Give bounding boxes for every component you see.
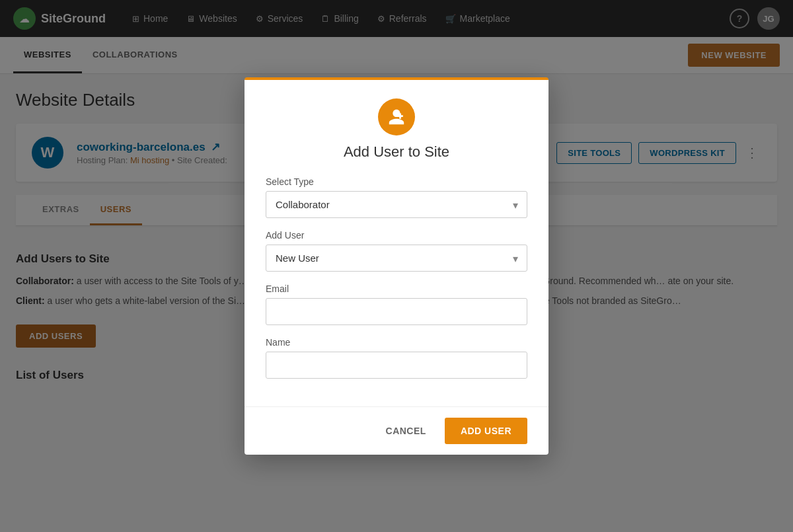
email-label: Email: [266, 284, 527, 294]
add-user-icon: [387, 108, 406, 126]
modal-overlay[interactable]: Add User to Site Select Type Collaborato…: [0, 0, 793, 471]
name-label: Name: [266, 337, 527, 348]
modal-title: Add User to Site: [266, 143, 527, 161]
add-user-label: Add User: [266, 230, 527, 241]
name-group: Name: [266, 337, 527, 379]
select-type-group: Select Type Collaborator Client: [266, 176, 527, 218]
select-type-wrapper: Collaborator Client: [266, 191, 527, 218]
add-user-group: Add User New User Existing User: [266, 230, 527, 272]
cancel-button[interactable]: CANCEL: [375, 418, 437, 444]
select-type-dropdown[interactable]: Collaborator Client: [266, 191, 527, 218]
add-user-wrapper: New User Existing User: [266, 245, 527, 272]
add-user-dropdown[interactable]: New User Existing User: [266, 245, 527, 272]
modal-icon-wrap: [266, 98, 527, 135]
email-group: Email: [266, 284, 527, 325]
modal-body: Add User to Site Select Type Collaborato…: [245, 80, 548, 406]
modal-icon: [378, 98, 415, 135]
modal-footer: CANCEL ADD USER: [245, 406, 548, 455]
add-user-submit-button[interactable]: ADD USER: [445, 418, 527, 444]
add-user-modal: Add User to Site Select Type Collaborato…: [245, 77, 548, 455]
select-type-label: Select Type: [266, 176, 527, 187]
email-input[interactable]: [266, 298, 527, 325]
name-input[interactable]: [266, 352, 527, 379]
